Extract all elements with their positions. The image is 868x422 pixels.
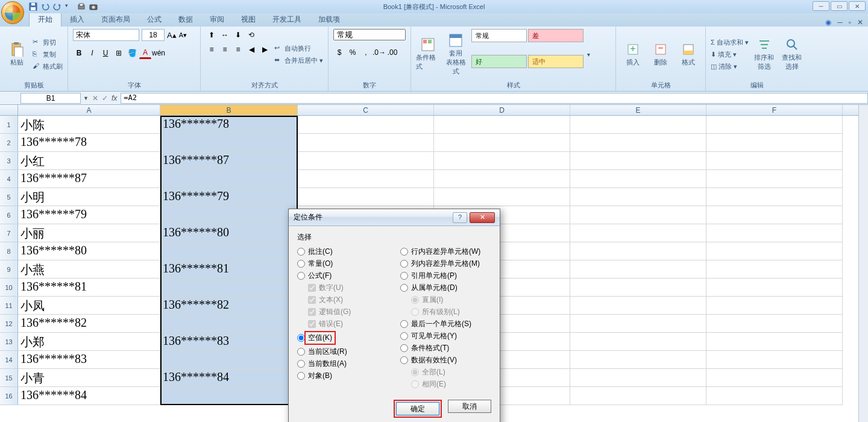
grow-font-icon[interactable]: A▴ xyxy=(167,31,177,40)
cell-E11[interactable] xyxy=(570,297,706,315)
enter-formula-icon[interactable]: ✓ xyxy=(102,94,108,102)
cell-B4[interactable] xyxy=(160,170,298,188)
ribbon-minimize-icon[interactable]: ─ xyxy=(837,18,843,27)
row-header[interactable]: 9 xyxy=(0,260,18,279)
opt-formulas[interactable]: 公式(F) xyxy=(297,271,388,281)
styles-more-icon[interactable]: ▾ xyxy=(587,51,590,58)
vertical-scrollbar[interactable] xyxy=(858,105,868,422)
cell-A11[interactable]: 小凤 xyxy=(18,297,160,315)
ribbon-restore-icon[interactable]: ▫ xyxy=(849,18,851,27)
cell-A5[interactable]: 小明 xyxy=(18,188,160,206)
col-header-e[interactable]: E xyxy=(570,105,706,115)
cell-A13[interactable]: 小郑 xyxy=(18,333,160,351)
redo-icon[interactable] xyxy=(53,2,61,11)
cell-A16[interactable]: 136******84 xyxy=(18,387,160,405)
row-header[interactable]: 5 xyxy=(0,188,18,206)
restore-button[interactable]: ▭ xyxy=(831,1,848,11)
merge-center-button[interactable]: ⬌合并后居中▾ xyxy=(274,55,323,66)
decrease-decimal-icon[interactable]: .00 xyxy=(386,46,398,58)
qat-more-icon[interactable]: ▾ xyxy=(65,2,74,11)
cell-B3[interactable]: 136******87 xyxy=(160,152,298,170)
italic-button[interactable]: I xyxy=(86,47,98,59)
align-bottom-icon[interactable]: ⬇ xyxy=(232,29,244,41)
cell-F3[interactable] xyxy=(706,152,843,170)
shrink-font-icon[interactable]: A▾ xyxy=(179,31,187,39)
opt-current-region[interactable]: 当前区域(R) xyxy=(297,347,388,357)
row-header[interactable]: 6 xyxy=(0,206,18,224)
cell-F11[interactable] xyxy=(706,297,843,315)
cell-C2[interactable] xyxy=(298,134,434,152)
percent-icon[interactable]: % xyxy=(347,46,359,58)
cell-B1[interactable]: 136******78 xyxy=(160,116,298,134)
row-header[interactable]: 14 xyxy=(0,351,18,369)
cell-F7[interactable] xyxy=(706,224,843,242)
dialog-help-button[interactable]: ? xyxy=(453,212,467,223)
autosum-button[interactable]: Σ自动求和▾ xyxy=(711,37,749,48)
cell-A15[interactable]: 小青 xyxy=(18,369,160,387)
cell-E13[interactable] xyxy=(570,333,706,351)
opt-visible[interactable]: 可见单元格(Y) xyxy=(400,331,491,341)
cancel-button[interactable]: 取消 xyxy=(448,400,491,413)
cell-F13[interactable] xyxy=(706,333,843,351)
cell-B10[interactable] xyxy=(160,279,298,297)
row-header[interactable]: 11 xyxy=(0,297,18,315)
tab-review[interactable]: 审阅 xyxy=(201,13,233,27)
number-format-select[interactable] xyxy=(333,29,406,40)
cell-B8[interactable] xyxy=(160,242,298,260)
opt-current-array[interactable]: 当前数组(A) xyxy=(297,359,388,369)
cell-B12[interactable] xyxy=(160,315,298,333)
style-neutral[interactable]: 适中 xyxy=(528,55,583,68)
cell-E2[interactable] xyxy=(570,134,706,152)
tab-addins[interactable]: 加载项 xyxy=(310,13,348,27)
cell-A8[interactable]: 136******80 xyxy=(18,242,160,260)
cell-E16[interactable] xyxy=(570,387,706,405)
sort-filter-button[interactable]: 排序和 筛选 xyxy=(752,29,776,80)
cell-D4[interactable] xyxy=(434,170,570,188)
cell-E12[interactable] xyxy=(570,315,706,333)
cell-E7[interactable] xyxy=(570,224,706,242)
cell-E1[interactable] xyxy=(570,116,706,134)
cell-C5[interactable] xyxy=(298,188,434,206)
col-header-c[interactable]: C xyxy=(298,105,434,115)
cell-A12[interactable]: 136******82 xyxy=(18,315,160,333)
align-center-icon[interactable]: ≡ xyxy=(219,43,231,55)
indent-decrease-icon[interactable]: ◀ xyxy=(245,43,257,55)
opt-objects[interactable]: 对象(B) xyxy=(297,371,388,381)
save-icon[interactable] xyxy=(29,2,37,11)
cell-C4[interactable] xyxy=(298,170,434,188)
row-header[interactable]: 4 xyxy=(0,170,18,188)
cell-B13[interactable]: 136******83 xyxy=(160,333,298,351)
fill-button[interactable]: ⬇填充▾ xyxy=(711,49,749,60)
cell-D5[interactable] xyxy=(434,188,570,206)
cell-F15[interactable] xyxy=(706,369,843,387)
opt-validation[interactable]: 数据有效性(V) xyxy=(400,355,491,365)
cell-F14[interactable] xyxy=(706,351,843,369)
fill-color-button[interactable]: 🪣 xyxy=(126,47,138,59)
cell-B15[interactable]: 136******84 xyxy=(160,369,298,387)
row-header[interactable]: 1 xyxy=(0,116,18,134)
minimize-button[interactable]: ─ xyxy=(813,1,829,11)
office-button[interactable] xyxy=(1,1,24,24)
increase-decimal-icon[interactable]: .0→ xyxy=(373,46,385,58)
namebox-dropdown-icon[interactable]: ▼ xyxy=(83,95,89,101)
help-icon[interactable]: ◉ xyxy=(825,18,831,27)
format-cells-button[interactable]: 格式 xyxy=(676,29,700,80)
col-header-b[interactable]: B xyxy=(160,105,298,115)
cell-F4[interactable] xyxy=(706,170,843,188)
delete-cells-button[interactable]: −删除 xyxy=(649,29,673,80)
cancel-formula-icon[interactable]: ✕ xyxy=(92,94,98,102)
row-header[interactable]: 2 xyxy=(0,134,18,152)
cell-E15[interactable] xyxy=(570,369,706,387)
row-header[interactable]: 15 xyxy=(0,369,18,387)
currency-icon[interactable]: $ xyxy=(333,46,345,58)
dialog-close-button[interactable]: ✕ xyxy=(470,212,495,223)
cell-D2[interactable] xyxy=(434,134,570,152)
cell-A2[interactable]: 136******78 xyxy=(18,134,160,152)
cell-F6[interactable] xyxy=(706,206,843,224)
cell-A10[interactable]: 136******81 xyxy=(18,279,160,297)
format-painter-button[interactable]: 🖌格式刷 xyxy=(33,61,63,72)
cell-B6[interactable] xyxy=(160,206,298,224)
print-preview-icon[interactable] xyxy=(77,2,86,11)
cell-E3[interactable] xyxy=(570,152,706,170)
cell-F1[interactable] xyxy=(706,116,843,134)
